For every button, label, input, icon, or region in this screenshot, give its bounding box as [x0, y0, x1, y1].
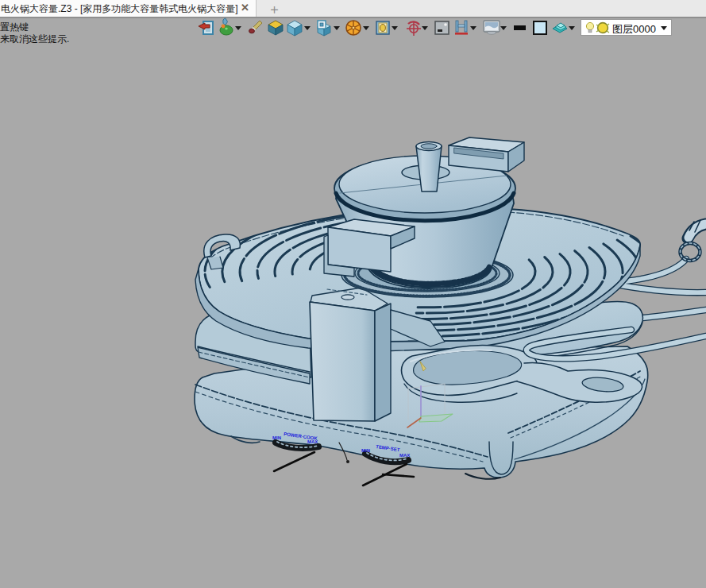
- svg-text:MIN: MIN: [272, 435, 281, 440]
- svg-text:MAX: MAX: [307, 439, 318, 444]
- svg-text:MAX: MAX: [399, 453, 410, 458]
- svg-text:MIN: MIN: [361, 448, 370, 453]
